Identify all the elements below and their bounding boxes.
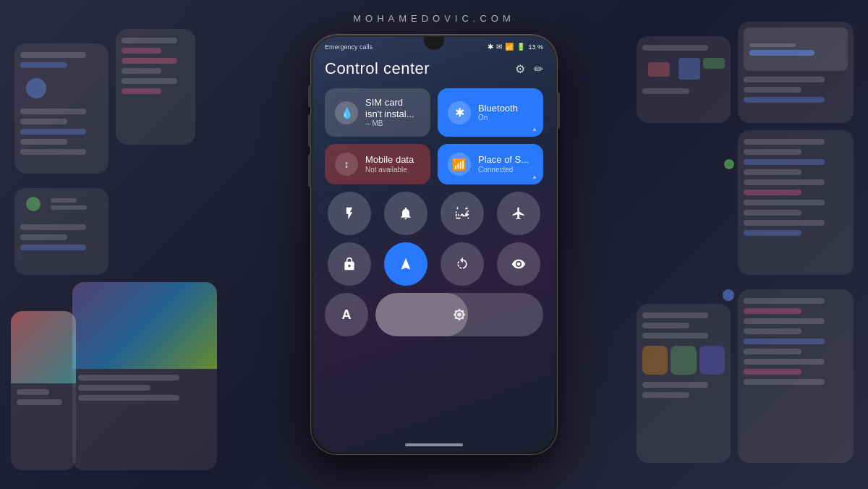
bg-dot-2 <box>723 289 734 301</box>
control-center-title: Control center <box>325 59 430 78</box>
volume-down-button[interactable] <box>308 114 311 147</box>
screenshot-button[interactable] <box>441 192 484 235</box>
top-tiles-row: 💧 SIM card isn't instal... -- MB ✱ <box>325 88 543 137</box>
mobile-data-icon-wrap: ↕ <box>335 153 358 176</box>
mobile-data-subtitle: Not available <box>365 166 420 174</box>
bluetooth-tile-title: Bluetooth <box>478 103 533 114</box>
bottom-row: A <box>325 293 543 336</box>
bg-card-3 <box>14 188 109 275</box>
edit-icon[interactable]: ✏ <box>534 62 543 76</box>
phone-container: Emergency calls ✱ ✉ 📶 🔋 13 % Control cen… <box>311 35 557 454</box>
bg-dot-1 <box>724 159 734 169</box>
bg-card-6 <box>738 22 854 123</box>
sim-tile[interactable]: 💧 SIM card isn't instal... -- MB <box>325 88 430 137</box>
bg-card-7 <box>637 36 731 123</box>
wifi-tile-corner: ▲ <box>532 174 537 180</box>
brightness-slider[interactable] <box>375 293 543 336</box>
location-button[interactable] <box>384 242 427 286</box>
mobile-data-tile[interactable]: ↕ Mobile data Not available <box>325 144 430 184</box>
icon-grid <box>325 192 543 286</box>
wifi-icon-wrap: 📶 <box>448 153 471 176</box>
control-center: Control center ⚙ ✏ 💧 SIM card isn't <box>313 54 555 348</box>
font-button[interactable]: A <box>325 293 368 336</box>
mute-button[interactable] <box>308 154 311 187</box>
power-button[interactable] <box>557 93 560 129</box>
control-center-header: Control center ⚙ ✏ <box>325 59 543 78</box>
sim-tile-text: SIM card isn't instal... -- MB <box>365 97 420 128</box>
mobile-data-title: Mobile data <box>365 154 420 166</box>
phone-frame: Emergency calls ✱ ✉ 📶 🔋 13 % Control cen… <box>311 35 557 454</box>
font-icon: A <box>342 307 352 323</box>
home-bar[interactable] <box>405 443 463 446</box>
second-tiles-row: ↕ Mobile data Not available 📶 Pl <box>325 144 543 184</box>
flashlight-button[interactable] <box>328 192 371 235</box>
mobile-data-tile-text: Mobile data Not available <box>365 154 420 174</box>
message-status-icon: ✉ <box>496 43 502 51</box>
bg-card-1 <box>14 43 109 174</box>
wifi-tile[interactable]: 📶 Place of S... Connected ▲ <box>438 144 543 184</box>
wifi-tile-icon: 📶 <box>452 158 467 171</box>
eye-comfort-button[interactable] <box>497 242 540 286</box>
wifi-tile-text: Place of S... Connected <box>478 154 533 174</box>
notification-button[interactable] <box>384 192 427 235</box>
airplane-mode-button[interactable] <box>497 192 540 235</box>
bluetooth-tile-corner: ▲ <box>532 126 537 132</box>
mobile-data-icon: ↕ <box>344 158 349 170</box>
bg-card-10 <box>637 304 731 463</box>
status-icons: ✱ ✉ 📶 🔋 13 % <box>488 43 543 51</box>
sim-icon: 💧 <box>341 107 353 119</box>
header-action-icons: ⚙ ✏ <box>515 62 543 76</box>
lock-rotation-button[interactable] <box>328 242 371 286</box>
bluetooth-tile-icon: ✱ <box>455 106 464 119</box>
status-carrier: Emergency calls <box>325 43 373 51</box>
wifi-tile-subtitle: Connected <box>478 166 533 174</box>
watermark: MOHAMEDOVIC.COM <box>353 13 515 24</box>
bg-card-8 <box>738 130 854 275</box>
settings-icon[interactable]: ⚙ <box>515 62 525 76</box>
bluetooth-icon-wrap: ✱ <box>448 101 471 124</box>
bg-card-2 <box>116 29 195 145</box>
sim-icon-wrap: 💧 <box>335 101 358 124</box>
battery-status-icon: 🔋 <box>516 43 525 51</box>
bg-card-5 <box>11 311 76 470</box>
bluetooth-status-icon: ✱ <box>488 43 493 51</box>
sim-tile-title: SIM card isn't instal... <box>365 97 420 119</box>
bg-card-4 <box>72 282 217 470</box>
battery-percentage: 13 % <box>528 43 543 51</box>
bluetooth-tile-text: Bluetooth On <box>478 103 533 123</box>
bluetooth-tile-subtitle: On <box>478 114 533 122</box>
volume-up-button[interactable] <box>308 85 311 107</box>
bluetooth-tile[interactable]: ✱ Bluetooth On ▲ <box>438 88 543 137</box>
bg-card-9 <box>738 289 854 463</box>
sim-tile-subtitle: -- MB <box>365 119 420 128</box>
wifi-tile-title: Place of S... <box>478 154 533 166</box>
wifi-status-icon: 📶 <box>505 43 514 51</box>
rotation-lock-button[interactable] <box>441 242 484 286</box>
brightness-icon <box>453 308 466 321</box>
phone-screen: Emergency calls ✱ ✉ 📶 🔋 13 % Control cen… <box>313 37 555 452</box>
